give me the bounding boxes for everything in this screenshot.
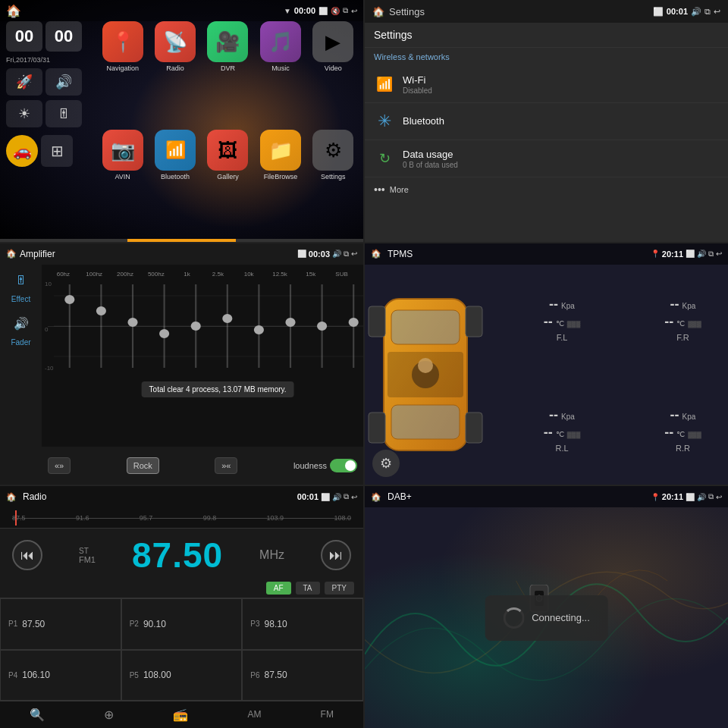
- radio-statusbar: 🏠 Radio 00:01 ⬜ 🔊 ⧉ ↩: [0, 486, 363, 507]
- dab-content: Connecting...: [365, 507, 728, 728]
- app-navigation[interactable]: 📍 Navigation: [99, 21, 146, 125]
- fl-kpa-value: --: [549, 297, 558, 312]
- amp-volume-btn[interactable]: 🔊: [5, 312, 38, 335]
- radio-af-btn[interactable]: AF: [266, 582, 291, 595]
- eq-sliders: 10 0 -10: [45, 281, 360, 372]
- amp-effect-label[interactable]: Effect: [5, 295, 38, 303]
- amp-fader-label[interactable]: Fader: [5, 338, 38, 347]
- svg-point-32: [418, 358, 433, 373]
- app-bluetooth[interactable]: 📶 Bluetooth: [151, 130, 199, 234]
- radio-search-btn[interactable]: 🔍: [30, 708, 45, 722]
- radio-prev-btn[interactable]: ⏮: [12, 540, 42, 570]
- amp-statusbar: 🏠 Amplifier ⬜ 00:03 🔊 ⧉ ↩: [0, 243, 363, 265]
- bluetooth-title: Bluetooth: [403, 115, 719, 127]
- radio-fm-btn[interactable]: FM: [321, 709, 334, 720]
- home-time: 00:00: [294, 6, 315, 15]
- radio-bt-btn[interactable]: ⊕: [104, 708, 114, 722]
- tpms-title: TPMS: [388, 249, 413, 259]
- radio-ta-btn[interactable]: TA: [296, 582, 320, 595]
- app-music[interactable]: 🎵 Music: [256, 21, 304, 125]
- home-icon: 🏠: [6, 4, 21, 18]
- preset-p3-num: P3: [250, 620, 259, 628]
- amp-layers-icon: ⧉: [344, 249, 349, 259]
- eq-widget[interactable]: 🎚: [46, 100, 82, 127]
- eq-rock-btn[interactable]: Rock: [127, 457, 159, 474]
- settings-header: Settings: [365, 23, 728, 48]
- svg-point-18: [285, 318, 295, 327]
- fr-kpa-unit: Kpa: [682, 302, 696, 310]
- preset-p1[interactable]: P1 87.50: [0, 598, 121, 649]
- apps-widget[interactable]: ⊞: [41, 135, 73, 167]
- app-radio[interactable]: 📡 Radio: [151, 21, 199, 125]
- rocket-widget[interactable]: 🚀: [6, 68, 42, 96]
- preset-p3-freq: 98.10: [265, 619, 287, 629]
- dab-layers-icon: ⧉: [708, 492, 714, 501]
- wifi-icon: 📶: [374, 74, 395, 95]
- fr-label: F.R: [676, 333, 689, 342]
- svg-rect-24: [391, 310, 460, 344]
- preset-p2[interactable]: P2 90.10: [121, 598, 243, 649]
- svg-rect-28: [466, 306, 482, 337]
- tpms-time: 20:11: [662, 249, 683, 259]
- settings-panel: 🏠 Settings ⬜ 00:01 🔊 ⧉ ↩ Settings Wirele…: [365, 0, 728, 242]
- radio-next-btn[interactable]: ⏭: [321, 540, 351, 570]
- tpms-fl-corner: -- Kpa -- ℃ ▓▓▓ F.L: [486, 265, 638, 375]
- fr-temp-unit: ℃: [676, 319, 685, 328]
- eq-prev-btn[interactable]: «»: [48, 457, 71, 474]
- radio-band: FM1: [79, 555, 96, 564]
- amp-statusbar-right: ⬜ 00:03 🔊 ⧉ ↩: [297, 249, 357, 259]
- freq-998: 99.8: [203, 514, 217, 522]
- preset-p3[interactable]: P3 98.10: [242, 598, 363, 649]
- radio-freq-bar[interactable]: 87.5 91.6 95.7 99.8 103.9 108.0: [0, 507, 363, 529]
- settings-bluetooth-item[interactable]: ✳ Bluetooth: [365, 103, 728, 140]
- svg-point-14: [222, 314, 232, 323]
- settings-statusbar-left: 🏠 Settings: [372, 6, 425, 17]
- settings-time: 00:01: [667, 7, 688, 16]
- tpms-fr-corner: -- Kpa -- ℃ ▓▓▓ F.R: [638, 265, 728, 375]
- loudness-toggle[interactable]: [330, 459, 357, 472]
- rr-temp-value: --: [664, 425, 673, 441]
- settings-more[interactable]: ••• More: [365, 177, 728, 202]
- radio-freq-center: 87.50: [132, 535, 223, 576]
- more-dots-icon: •••: [374, 184, 385, 196]
- radio-pty-btn[interactable]: PTY: [325, 582, 354, 595]
- dab-loading-spinner: [503, 607, 524, 629]
- volume-widget[interactable]: 🔊: [46, 68, 82, 96]
- app-avin[interactable]: 📷 AVIN: [99, 130, 146, 234]
- brightness-widget[interactable]: ☀: [6, 100, 42, 127]
- tpms-statusbar-right: 📍 20:11 ⬜ 🔊 ⧉ ↩: [651, 249, 722, 259]
- app-gallery[interactable]: 🖼 Gallery: [204, 130, 252, 234]
- eq-next-btn[interactable]: »«: [215, 457, 237, 474]
- minute-display: 00: [46, 21, 82, 52]
- freq-2-5k: 2.5k: [202, 271, 234, 278]
- amp-statusbar-left: 🏠 Amplifier: [6, 249, 55, 259]
- tpms-panel: 🏠 TPMS 📍 20:11 ⬜ 🔊 ⧉ ↩ -- Kpa -- ℃ ▓▓▓ F…: [365, 243, 728, 485]
- preset-p4-num: P4: [8, 671, 17, 679]
- amp-eq-icon[interactable]: 🎚: [5, 269, 38, 292]
- preset-p6[interactable]: P6 87.50: [242, 650, 363, 701]
- app-dvr[interactable]: 🎥 DVR: [204, 21, 252, 125]
- radio-panel: 🏠 Radio 00:01 ⬜ 🔊 ⧉ ↩ 87.5 91.6 95.7 99.…: [0, 486, 363, 728]
- loudness-label: loudness: [293, 461, 327, 470]
- amp-time: 00:03: [309, 249, 330, 259]
- freq-916: 91.6: [76, 514, 89, 522]
- video-label: Video: [325, 64, 342, 72]
- amp-eq-area: 60hz 100hz 200hz 500hz 1k 2.5k 10k 12.5k…: [42, 265, 363, 447]
- app-settings[interactable]: ⚙ Settings: [309, 130, 357, 234]
- dab-statusbar-right: 📍 20:11 ⬜ 🔊 ⧉ ↩: [651, 492, 722, 501]
- car-widget[interactable]: 🚗: [6, 135, 38, 167]
- preset-p1-freq: 87.50: [22, 619, 45, 629]
- app-video[interactable]: ▶ Video: [309, 21, 357, 125]
- tpms-screen-icon: ⬜: [686, 249, 695, 258]
- radio-am-btn[interactable]: AM: [247, 709, 261, 720]
- radio-freq-display: 87.50: [132, 535, 223, 576]
- svg-point-6: [96, 306, 106, 315]
- settings-wifi-item[interactable]: 📶 Wi-Fi Disabled: [365, 66, 728, 103]
- fl-temp-value: --: [544, 314, 553, 330]
- radio-antenna-btn[interactable]: 📻: [173, 708, 188, 722]
- settings-data-item[interactable]: ↻ Data usage 0 B of data used: [365, 140, 728, 177]
- app-filebrowse[interactable]: 📁 FileBrowse: [256, 130, 304, 234]
- preset-p4[interactable]: P4 106.10: [0, 650, 121, 701]
- preset-p5[interactable]: P5 108.00: [121, 650, 243, 701]
- svg-point-16: [254, 325, 264, 334]
